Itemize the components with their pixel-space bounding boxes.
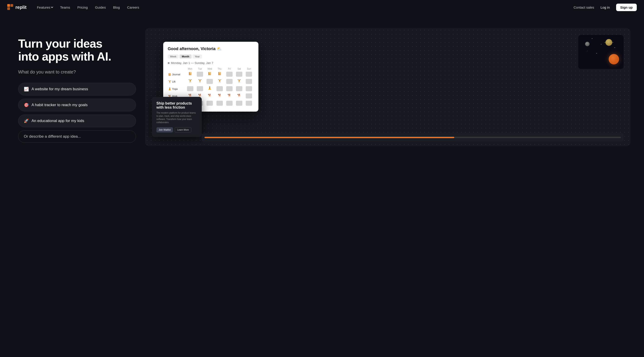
calendar-cell[interactable]: 📔	[215, 71, 224, 78]
calendar-cell[interactable]	[195, 85, 205, 93]
signup-button[interactable]: Sign up	[616, 4, 637, 11]
calendar-cell[interactable]	[244, 78, 254, 85]
calendar-cell[interactable]	[224, 71, 234, 78]
brand-name: replit	[16, 5, 26, 10]
calendar-cell[interactable]	[215, 85, 224, 93]
calendar-cell[interactable]: 🐕	[205, 93, 215, 100]
tab-year[interactable]: Year	[192, 55, 202, 59]
empty-cell-indicator	[246, 72, 252, 77]
calendar-row-label: 📔 Journal	[168, 71, 185, 78]
star-4	[596, 53, 597, 54]
hero-right: Good afternoon, Victoria ⛅ Week Month Ye…	[145, 28, 630, 146]
contact-sales-link[interactable]: Contact sales	[574, 6, 594, 9]
svg-rect-1	[10, 4, 13, 7]
calendar-cell[interactable]	[215, 100, 224, 107]
calendar-cell[interactable]	[234, 71, 244, 78]
nav-right: Contact sales Log in Sign up	[574, 4, 637, 11]
col-sun: Sun	[244, 67, 254, 71]
calendar-cell[interactable]	[244, 85, 254, 93]
col-wed: Wed	[205, 67, 215, 71]
empty-cell-indicator	[246, 94, 252, 98]
learn-more-button[interactable]: Learn More	[175, 127, 191, 132]
idea-button-custom[interactable]: Or describe a different app idea...	[18, 130, 136, 143]
table-row: 🏋️ Lift🏋️🏋️🏋️🏋️	[168, 78, 254, 85]
idea-button-website[interactable]: 📈 A website for my dream business	[18, 83, 136, 96]
table-row: 🧘 Yoga🧘	[168, 85, 254, 93]
filled-cell-indicator: 🏋️	[216, 79, 223, 84]
calendar-cell[interactable]: 🐕	[224, 93, 234, 100]
empty-cell-indicator	[246, 101, 252, 106]
login-link[interactable]: Log in	[597, 4, 614, 11]
hero-title: Turn your ideas into apps with AI.	[18, 37, 136, 63]
calendar-cell[interactable]	[244, 93, 254, 100]
educational-icon: 🚀	[24, 118, 29, 123]
filled-cell-indicator: 📔	[216, 72, 223, 77]
star-2	[601, 44, 602, 45]
product-card-desc: The modern platform for product teams to…	[156, 111, 197, 124]
star-1	[592, 38, 592, 39]
space-background	[578, 35, 624, 69]
nav-left: replit Features Teams Pricing Guides Blo…	[7, 4, 142, 11]
filled-cell-indicator: 🐕	[216, 94, 223, 99]
calendar-cell[interactable]: 🏋️	[195, 78, 205, 85]
nav-pricing[interactable]: Pricing	[74, 4, 91, 11]
calendar-cell[interactable]: 📔	[205, 71, 215, 78]
calendar-cell[interactable]: 🏋️	[185, 78, 195, 85]
calendar-cell[interactable]: 🏋️	[215, 78, 224, 85]
col-fri: Fri	[224, 67, 234, 71]
progress-bar-section	[202, 133, 624, 142]
empty-cell-indicator	[216, 86, 223, 91]
planet-small	[585, 42, 590, 46]
nav-careers[interactable]: Careers	[124, 4, 142, 11]
calendar-cell[interactable]	[234, 100, 244, 107]
product-card: Ship better products with less friction …	[152, 97, 202, 137]
product-card-title: Ship better products with less friction	[156, 101, 197, 110]
idea-button-educational[interactable]: 🚀 An educational app for my kids	[18, 115, 136, 127]
empty-cell-indicator	[226, 86, 232, 91]
calendar-cell[interactable]: 🧘	[205, 85, 215, 93]
calendar-cell[interactable]	[224, 78, 234, 85]
svg-rect-0	[7, 4, 10, 7]
filled-cell-indicator: 🏋️	[187, 79, 193, 84]
filled-cell-indicator: 🐕	[226, 94, 232, 99]
calendar-cell[interactable]	[244, 100, 254, 107]
nav-features[interactable]: Features	[34, 4, 56, 11]
website-icon: 📈	[24, 87, 29, 92]
nav-links: Features Teams Pricing Guides Blog Caree…	[34, 4, 142, 11]
col-tue: Tue	[195, 67, 205, 71]
nav-blog[interactable]: Blog	[110, 4, 123, 11]
calendar-cell[interactable]: 🐕	[215, 93, 224, 100]
tab-week[interactable]: Week	[168, 55, 178, 59]
empty-cell-indicator	[226, 79, 232, 84]
empty-cell-indicator	[236, 72, 242, 77]
filled-cell-indicator: 📔	[187, 72, 193, 77]
logo[interactable]: replit	[7, 4, 26, 11]
calendar-cell[interactable]	[224, 100, 234, 107]
features-chevron-icon	[51, 6, 53, 8]
nav-guides[interactable]: Guides	[92, 4, 109, 11]
hero-subtitle: What do you want to create?	[18, 69, 136, 75]
table-row: 📔 Journal📔📔📔	[168, 71, 254, 78]
progress-fill	[204, 137, 454, 138]
calendar-cell[interactable]: 📔	[185, 71, 195, 78]
calendar-cell[interactable]	[234, 85, 244, 93]
join-waitlist-button[interactable]: Join Waitlist	[156, 127, 173, 132]
tab-month[interactable]: Month	[180, 55, 192, 59]
filled-cell-indicator: 🏋️	[236, 79, 242, 84]
calendar-cell[interactable]	[185, 85, 195, 93]
calendar-cell[interactable]: 🏋️	[234, 78, 244, 85]
filled-cell-indicator: 🐕	[206, 94, 213, 99]
calendar-date-range: Monday, Jan 1 — Sunday, Jan 7	[168, 61, 254, 65]
calendar-cell[interactable]: 🐕	[234, 93, 244, 100]
space-card	[578, 35, 624, 69]
calendar-cell[interactable]	[224, 85, 234, 93]
star-3	[587, 51, 588, 51]
calendar-cell[interactable]	[205, 100, 215, 107]
calendar-cell[interactable]	[195, 71, 205, 78]
col-thu: Thu	[215, 67, 224, 71]
nav-teams[interactable]: Teams	[57, 4, 73, 11]
calendar-cell[interactable]	[244, 71, 254, 78]
calendar-cell[interactable]	[205, 78, 215, 85]
calendar-tabs: Week Month Year	[168, 55, 254, 59]
idea-button-habit[interactable]: 🎯 A habit tracker to reach my goals	[18, 99, 136, 111]
